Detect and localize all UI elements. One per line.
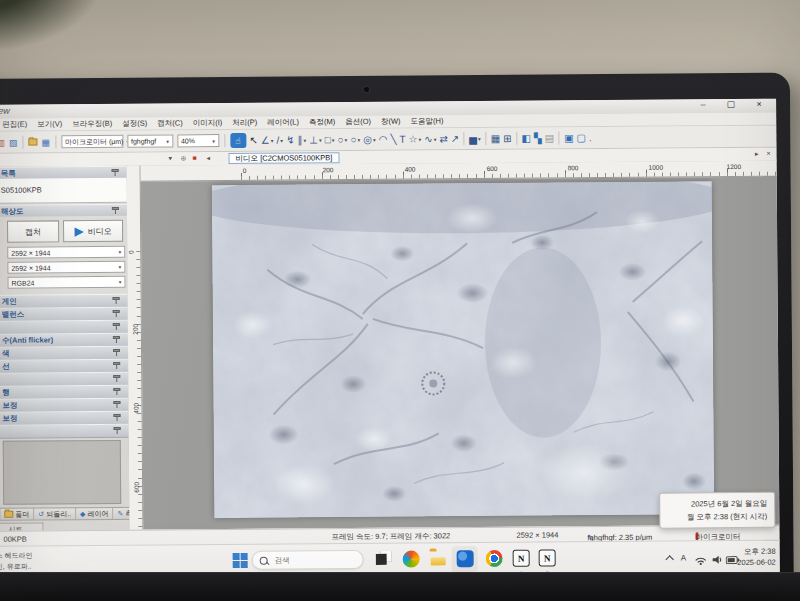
notes-app-icon[interactable]: N: [539, 549, 556, 566]
ime-indicator[interactable]: A: [681, 553, 686, 562]
pin-icon[interactable]: [112, 169, 119, 177]
search-input[interactable]: [273, 554, 357, 566]
video-canvas[interactable]: [141, 177, 780, 530]
cursor-icon[interactable]: ↖: [248, 135, 259, 146]
parallel-tool[interactable]: ∥▾: [296, 134, 308, 145]
pin-icon[interactable]: [113, 323, 120, 331]
toolbar-overflow[interactable]: .: [587, 132, 593, 143]
menu-settings[interactable]: 설정(S): [122, 119, 147, 129]
open-icon[interactable]: ▧: [7, 137, 20, 147]
wifi-icon[interactable]: [695, 555, 707, 565]
calibration-select[interactable]: fghgfhgf▾: [127, 134, 173, 147]
menu-measure[interactable]: 측정(M): [309, 117, 335, 127]
pin-icon[interactable]: [113, 297, 120, 305]
scribble-tool[interactable]: ╲: [389, 134, 398, 145]
text-tool[interactable]: T: [398, 134, 407, 145]
polygon-tool[interactable]: ☆▾: [407, 134, 423, 145]
window-title: iew: [0, 106, 10, 116]
pin-icon[interactable]: [113, 362, 120, 370]
arrow-tool[interactable]: ↗: [449, 133, 460, 144]
tab-scroll-right-icon[interactable]: ▸: [755, 150, 759, 158]
image-browse-tool[interactable]: ▣: [563, 132, 576, 143]
perpendicular-tool[interactable]: ⊥▾: [308, 134, 324, 145]
pin-icon[interactable]: [113, 388, 120, 396]
pin-icon[interactable]: [113, 336, 120, 344]
preview-resolution-select[interactable]: 2592 × 1944▾: [7, 246, 125, 259]
zoom-select[interactable]: 40%▾: [177, 134, 219, 147]
panel-header-11[interactable]: [0, 424, 129, 439]
angle-tool[interactable]: ∠▾: [259, 135, 275, 146]
pin-icon[interactable]: [114, 427, 121, 435]
menu-process[interactable]: 처리(P): [232, 118, 257, 128]
ellipse-glyph: ○: [338, 134, 344, 145]
tray-chevron-icon[interactable]: [665, 555, 673, 563]
pin-icon[interactable]: [113, 401, 120, 409]
pin-icon[interactable]: [114, 414, 121, 422]
start-button[interactable]: [232, 552, 249, 569]
unit-select[interactable]: 마이크로미터 (μm)▾: [61, 135, 123, 148]
grid-tool[interactable]: ⊞: [502, 133, 513, 144]
task-view-button[interactable]: [376, 551, 393, 568]
camera-list-item[interactable]: S05100KPB: [1, 186, 42, 195]
table-tool[interactable]: ▤: [543, 132, 556, 143]
polyline-tool[interactable]: ↯: [285, 135, 296, 146]
flatten-tool[interactable]: ▚: [532, 133, 543, 144]
contrast-tool[interactable]: ◧: [520, 133, 533, 144]
pin-icon[interactable]: [112, 207, 119, 215]
counter-tool[interactable]: ▦: [489, 133, 502, 144]
pin-icon[interactable]: [113, 310, 120, 318]
speaker-icon[interactable]: [712, 554, 723, 565]
video-button[interactable]: ▶ 비디오: [63, 220, 123, 242]
tab-video[interactable]: 비디오 [C2CMOS05100KPB]: [228, 152, 339, 164]
swap-tool[interactable]: ⇄: [438, 133, 449, 144]
capture-button[interactable]: 캡처: [7, 220, 59, 242]
format-select[interactable]: RGB24▾: [7, 276, 125, 289]
tab-close-icon[interactable]: ×: [766, 150, 770, 157]
minimize-button[interactable]: –: [696, 99, 710, 109]
menu-options[interactable]: 옵션(O): [345, 117, 371, 127]
circle-tool[interactable]: ○▾: [349, 134, 362, 145]
panel-label: 밸런스: [2, 310, 25, 320]
menu-window[interactable]: 창(W): [381, 117, 401, 127]
target-icon[interactable]: ⊕: [180, 154, 186, 162]
close-button[interactable]: ×: [752, 99, 766, 109]
taskbar-clock[interactable]: 오후 2:38 2025-06-02: [736, 546, 776, 568]
tab-label: 되돌리..: [46, 509, 71, 519]
menu-view[interactable]: 보기(V): [37, 119, 62, 129]
line-tool[interactable]: /▾: [275, 135, 285, 146]
widgets-news[interactable]: 스 헤드라인 인, 유로파..: [0, 550, 33, 572]
microscope-app-icon[interactable]: [457, 550, 474, 567]
menu-layer[interactable]: 레이어(L): [267, 117, 299, 127]
maximize-button[interactable]: ▢: [724, 99, 738, 109]
thumbnail-grid-icon[interactable]: ▦: [39, 137, 52, 147]
menu-help[interactable]: 도움말(H): [411, 116, 444, 126]
pan-hand-icon[interactable]: ☝: [230, 133, 246, 148]
histogram-tool[interactable]: ▅▾: [468, 133, 483, 144]
capture-resolution-select[interactable]: 2592 × 1944▾: [7, 261, 125, 274]
copilot-icon[interactable]: [403, 551, 420, 568]
tab-undo[interactable]: ↺되돌리..: [34, 507, 76, 520]
menu-capture[interactable]: 캡처(C): [157, 118, 182, 128]
menu-edit[interactable]: 편집(E): [2, 120, 27, 130]
ellipse-tool[interactable]: ○▾: [336, 134, 349, 145]
pin-icon[interactable]: [113, 349, 120, 357]
menu-browse[interactable]: 브라우징(B): [72, 119, 112, 129]
taskbar-search[interactable]: [252, 550, 364, 570]
pin-icon[interactable]: [113, 375, 120, 383]
record-icon[interactable]: ■: [192, 154, 196, 161]
tab-scroll-left-icon[interactable]: ◂: [206, 154, 210, 162]
browse-folder-icon[interactable]: [28, 139, 37, 146]
tab-folder[interactable]: 폴더: [0, 508, 34, 521]
arc-tool[interactable]: ◠: [377, 134, 389, 145]
annulus-tool[interactable]: ◎▾: [362, 134, 378, 145]
rectangle-tool[interactable]: □▾: [323, 134, 336, 145]
chrome-icon[interactable]: [486, 550, 503, 567]
menu-image[interactable]: 이미지(I): [193, 118, 223, 128]
notion-icon[interactable]: N: [513, 550, 530, 567]
tab-layer[interactable]: ◆레이어: [76, 507, 113, 520]
dropdown-icon[interactable]: ▾: [168, 154, 172, 162]
export-tool[interactable]: ▢: [575, 132, 588, 143]
curve-tool[interactable]: ∿▾: [423, 133, 438, 144]
annulus-glyph: ◎: [363, 134, 372, 145]
panel-label: 게인: [2, 297, 17, 307]
